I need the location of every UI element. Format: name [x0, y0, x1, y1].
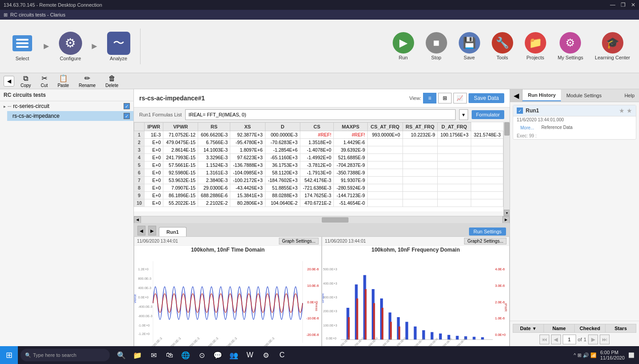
run-history-tab[interactable]: Run History	[523, 90, 561, 101]
svg-text:-400.0E-3: -400.0E-3	[138, 305, 152, 309]
back-button[interactable]: ◀	[4, 76, 14, 87]
table-row[interactable]: 8E+07.0907E-1529.0300E-6-43.4426E+351.88…	[134, 184, 503, 192]
right-graph-settings-btn[interactable]: Graph2 Settings...	[464, 238, 506, 244]
svg-text:-1.2E+0: -1.2E+0	[138, 332, 149, 336]
save-data-button[interactable]: Save Data	[469, 93, 504, 103]
table-row[interactable]: 7E+053.9632E-152.3840E-3-100.2172E+3-184…	[134, 177, 503, 184]
table-row[interactable]: 5E+057.5661E-151.1524E-3-136.7888E+336.1…	[134, 161, 503, 169]
run-settings-button[interactable]: Run Settings	[469, 228, 506, 236]
my-settings-toolbar-item[interactable]: ⚙ My Settings	[553, 30, 588, 62]
sidebar-item-rc-series-circuit[interactable]: ▸ ··· rc-series-circuit ✓	[0, 101, 133, 111]
taskbar-app-word[interactable]: W	[243, 348, 257, 362]
table-row[interactable]: 11E-371.0752E-12606.6620E-392.3877E+3000…	[134, 131, 503, 139]
run1-star-1[interactable]: ★	[619, 107, 625, 114]
taskbar-app-chrome[interactable]: ⊙	[195, 348, 209, 362]
sidebar-item-rs-cs-ac-impedance[interactable]: rs-cs-ac-impedance ✓	[7, 111, 133, 121]
tab-prev-btn[interactable]: ◀	[137, 226, 145, 236]
run1-checkbox[interactable]: ✓	[517, 108, 523, 114]
table-row[interactable]: 9E+086.1896E-15688.2886E-615.3841E+388.0…	[134, 192, 503, 199]
hscroll-right-btn[interactable]: ▶	[502, 216, 510, 223]
rp-collapse-btn[interactable]: ◀	[510, 89, 523, 102]
date-sort-icon[interactable]: ▼	[532, 326, 537, 331]
data-cell: -65.1160E+3	[265, 154, 300, 161]
pg-current-input[interactable]	[563, 335, 576, 344]
pg-first-btn[interactable]: ⏮	[539, 335, 549, 344]
view-label: View:	[409, 95, 421, 101]
taskbar-search[interactable]: 🔍 Type here to search	[21, 349, 110, 361]
save-toolbar-item[interactable]: 💾 Save	[454, 30, 485, 62]
vertical-scrollbar[interactable]: ▼	[503, 122, 510, 216]
table-row[interactable]: 6E+092.5980E-151.3161E-3-104.0985E+358.1…	[134, 169, 503, 177]
vscroll-thumb	[504, 122, 510, 136]
delete-button[interactable]: 🗑 Delete	[102, 73, 122, 89]
run1-tab[interactable]: Run1	[159, 227, 187, 236]
taskbar-app-mail[interactable]: ✉	[146, 348, 161, 362]
taskbar-app-search[interactable]: 🔍	[114, 348, 129, 362]
table-row[interactable]: 10E+055.2022E-152.2102E-280.2806E+3104.0…	[134, 199, 503, 207]
table-row[interactable]: 3E+02.8614E-1514.1003E-31.8097E+6-1.2854…	[134, 146, 503, 154]
data-cell: 470.6721E-2	[300, 199, 334, 207]
configure-toolbar-item[interactable]: ⚙ Configure	[53, 29, 88, 64]
module-settings-tab[interactable]: Module Settings	[561, 90, 607, 101]
data-cell: 97.6223E+3	[230, 154, 265, 161]
table-row[interactable]: 2E+0479.0475E-156.7566E-3-95.4780E+3-70.…	[134, 139, 503, 146]
run1-star-2[interactable]: ★	[627, 107, 632, 114]
data-table-container[interactable]: IPWR VPWR RS XS D CS MAXPS CS_AT_FRQ RS_…	[134, 122, 510, 211]
help-tab[interactable]: Help	[620, 91, 639, 100]
data-cell: -1.2854E+6	[265, 146, 300, 154]
start-button[interactable]: ⊞	[0, 346, 18, 364]
pg-total: 1	[584, 337, 586, 342]
maximize-btn[interactable]: ❐	[621, 2, 626, 8]
tab-next-btn[interactable]: ▶	[148, 226, 156, 236]
left-graph-settings-btn[interactable]: Graph Settings...	[279, 238, 319, 244]
data-cell: 2.8614E-15	[163, 146, 198, 154]
sidebar-item-checkbox-2[interactable]: ✓	[124, 113, 130, 119]
learning-center-toolbar-item[interactable]: 🎓 Learning Center	[590, 30, 635, 62]
tools-toolbar-item[interactable]: 🔧 Tools	[487, 30, 518, 62]
projects-toolbar-item[interactable]: 📁 Projects	[520, 30, 551, 62]
stop-toolbar-item[interactable]: ■ Stop	[421, 30, 452, 62]
taskbar-app-skype[interactable]: 💬	[211, 348, 225, 362]
view-list-btn[interactable]: ≡	[423, 93, 436, 103]
close-btn[interactable]: ✕	[631, 2, 635, 8]
formula-input[interactable]	[185, 109, 455, 120]
learning-center-icon: 🎓	[602, 32, 623, 54]
taskbar-app-store[interactable]: 🛍	[162, 348, 177, 362]
cut-button[interactable]: ✂ Cut	[37, 73, 51, 89]
taskbar-app-teams[interactable]: 👥	[227, 348, 241, 362]
vscroll-down-btn[interactable]: ▼	[504, 210, 510, 216]
select-toolbar-item[interactable]: Select	[4, 29, 40, 64]
taskbar-app-files[interactable]: 📁	[130, 348, 145, 362]
graphs-area: 11/06/2020 13:44:01 Graph Settings... 10…	[134, 236, 510, 362]
formula-dropdown-btn[interactable]: ▼	[459, 109, 468, 120]
taskbar-notification[interactable]: ⬜	[628, 352, 635, 358]
configure-icon: ⚙	[59, 32, 82, 55]
hscroll-left-btn[interactable]: ◀	[134, 216, 141, 223]
formulator-button[interactable]: Formulator	[472, 110, 504, 119]
data-cell	[367, 192, 402, 199]
pg-prev-btn[interactable]: ◀	[551, 335, 561, 344]
minimize-btn[interactable]: —	[610, 2, 615, 8]
main-toolbar: Select ► ⚙ Configure ► 〜 Analyze ▶ Run ■…	[0, 20, 639, 73]
rename-button[interactable]: ✏ Rename	[75, 73, 100, 89]
table-row[interactable]: 4E+0241.7993E-153.3296E-397.6223E+3-65.1…	[134, 154, 503, 161]
run1-more[interactable]: More...	[517, 124, 538, 131]
paste-button[interactable]: 📋 Paste	[54, 73, 73, 89]
pg-last-btn[interactable]: ⏭	[600, 335, 610, 344]
hscroll-track[interactable]	[141, 216, 502, 223]
svg-text:300.0E+3: 300.0E+3	[323, 295, 337, 299]
taskbar-app-edge[interactable]: 🌐	[178, 348, 193, 362]
taskbar-app-custom[interactable]: C	[275, 348, 289, 362]
horizontal-scrollbar[interactable]: ◀ ▶	[134, 216, 510, 223]
analyze-toolbar-item[interactable]: 〜 Analyze	[101, 29, 137, 64]
pg-next-btn[interactable]: ▶	[588, 335, 598, 344]
taskbar-app-settings[interactable]: ⚙	[259, 348, 273, 362]
data-cell: 10.2232E-9	[402, 131, 438, 139]
view-chart-btn[interactable]: 📈	[453, 93, 467, 103]
data-cell: -95.4780E+3	[230, 139, 265, 146]
view-grid-btn[interactable]: ⊞	[438, 93, 452, 103]
copy-button[interactable]: ⧉ Copy	[17, 73, 34, 89]
run-toolbar-item[interactable]: ▶ Run	[388, 30, 419, 62]
sidebar-item-checkbox[interactable]: ✓	[124, 103, 130, 109]
left-graph-body: 1.2E+0 800.0E-3 400.0E-3 0.0E+0 -400.0E-…	[134, 254, 321, 362]
